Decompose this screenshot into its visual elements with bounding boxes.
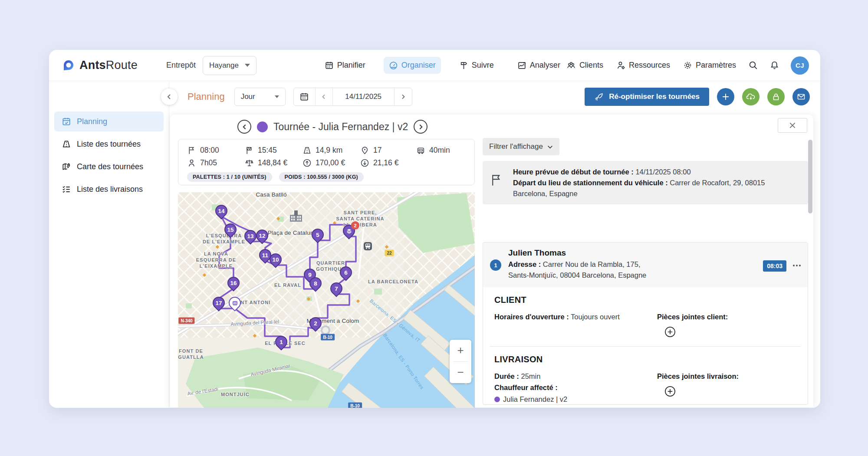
client-section: CLIENT Horaires d'ouverture : Toujours o…: [483, 287, 808, 346]
stop-detail-container: 1 Julien Thomas Adresse : Carrer Nou de …: [483, 242, 808, 405]
tour-stat: 17: [360, 145, 416, 156]
nav-analyser[interactable]: Analyser: [512, 57, 566, 74]
opening-hours-value: Toujours ouvert: [571, 313, 620, 321]
driver-color-dot: [494, 397, 500, 402]
stop-time-badge: 08:03: [763, 260, 786, 272]
warehouse-select[interactable]: Hayange: [203, 56, 256, 75]
sidebar-item-planning[interactable]: Planning: [54, 112, 164, 131]
warehouse-label: Entrepôt: [166, 61, 196, 70]
close-icon: [789, 122, 796, 129]
notifications-button[interactable]: [769, 60, 779, 70]
date-value[interactable]: 14/11/2025: [333, 88, 395, 105]
stat-value: 21,16 €: [373, 158, 398, 167]
start-flag-icon: [490, 174, 503, 187]
chevron-left-icon: [166, 94, 172, 100]
antsroute-logo[interactable]: AntsRoute: [61, 58, 138, 73]
panel-scrollbar[interactable]: [808, 140, 812, 213]
prev-tour-button[interactable]: [237, 120, 251, 134]
avatar[interactable]: CJ: [791, 56, 809, 75]
tour-detail-card: Tournée - Julia Fernandez | v2 08:0015:4…: [170, 115, 813, 407]
poids-badge: POIDS : 100.555 / 3000 (KG): [279, 172, 364, 182]
nav-organiser[interactable]: Organiser: [384, 57, 441, 74]
tour-color-dot: [257, 121, 268, 132]
zoom-in-button[interactable]: +: [450, 340, 471, 361]
marker-number: 7: [331, 283, 342, 294]
scale-icon: [245, 158, 254, 167]
sidebar-item-liste-tournees[interactable]: Liste des tournées: [54, 134, 164, 154]
period-select[interactable]: Jour: [234, 88, 286, 106]
route-map[interactable]: Casa BatllóPlaça de CatalunyaSANT PERE,S…: [178, 192, 475, 408]
lock-icon: [772, 92, 780, 101]
sidebar: Planning Liste des tournées Carte des to…: [49, 81, 169, 407]
vehicle-icon: [416, 146, 425, 155]
stat-value: 170,00 €: [316, 158, 345, 167]
main-nav: Planifier Organiser Suivre Analyser: [319, 57, 566, 74]
vehicle-icon: [232, 300, 238, 306]
close-panel-button[interactable]: [778, 118, 807, 133]
delivery-attachments-label: Pièces jointes livraison:: [657, 372, 739, 380]
plus-circle-icon: [664, 326, 676, 338]
stat-value: 17: [373, 146, 381, 155]
period-value: Jour: [241, 92, 255, 101]
nav-parametres[interactable]: Paramètres: [682, 57, 737, 74]
stops-panel: Filtrer l'affichage Heure prévue de débu…: [483, 136, 808, 405]
tour-stats-card: 08:0015:4514,9 km1740min7h05148,84 €170,…: [178, 139, 475, 185]
marker-number: 5: [312, 230, 323, 240]
stat-value: 7h05: [200, 158, 217, 167]
search-button[interactable]: [748, 60, 758, 70]
reoptimize-button[interactable]: Ré-optimiser les tournées: [585, 88, 709, 106]
main-area: Planning Jour 14/11/2025: [169, 81, 820, 407]
lock-button[interactable]: [767, 88, 785, 105]
prev-day-button[interactable]: [316, 88, 333, 105]
stop-name: Julien Thomas: [508, 248, 651, 258]
warehouse-value: Hayange: [209, 61, 239, 70]
metro-icon: [364, 242, 372, 250]
road-badge: 22: [385, 250, 394, 256]
pin-icon: [360, 146, 369, 155]
nav-planifier[interactable]: Planifier: [319, 57, 371, 74]
antsroute-logo-icon: [61, 58, 76, 73]
search-icon: [748, 60, 758, 70]
calendar-button[interactable]: [294, 88, 316, 105]
start-flag-icon: [187, 146, 196, 155]
stop-header[interactable]: 1 Julien Thomas Adresse : Carrer Nou de …: [483, 243, 808, 287]
calendar-icon: [325, 61, 334, 70]
duration-value: 25min: [521, 372, 540, 380]
arrow-down-icon: [360, 158, 369, 167]
rocket-icon: [594, 92, 604, 102]
road-icon: [62, 139, 71, 149]
chevron-left-icon: [242, 124, 247, 130]
add-client-attachment-button[interactable]: [664, 326, 676, 339]
palettes-badge: PALETTES : 1 / 10 (UNITÉS): [187, 172, 272, 182]
more-options-icon[interactable]: [793, 265, 795, 266]
sidebar-collapse-button[interactable]: [161, 89, 178, 105]
export-button[interactable]: [742, 88, 760, 105]
marker-number: 13: [245, 231, 256, 241]
nav-ressources[interactable]: Ressources: [615, 57, 671, 74]
sidebar-item-liste-livraisons[interactable]: Liste des livraisons: [54, 179, 164, 199]
address-label: Adresse :: [508, 260, 541, 268]
tour-stat: 7h05: [187, 157, 245, 168]
marker-number: 1: [276, 337, 286, 347]
client-section-title: CLIENT: [494, 295, 801, 305]
cluster-count-badge: 2: [351, 221, 359, 230]
marker-number: 12: [257, 230, 267, 241]
stat-value: 40min: [429, 146, 450, 155]
marker-number: 16: [228, 278, 239, 288]
driver-value: Julia Fernandez | v2: [503, 395, 567, 403]
next-tour-button[interactable]: [414, 120, 427, 134]
zoom-out-button[interactable]: −: [450, 362, 471, 384]
add-button[interactable]: [717, 88, 734, 105]
person-gear-icon: [616, 61, 625, 70]
nav-clients[interactable]: Clients: [566, 57, 604, 74]
delivery-section-title: LIVRAISON: [494, 354, 801, 364]
mail-button[interactable]: [792, 88, 810, 105]
nav-suivre[interactable]: Suivre: [454, 57, 499, 74]
chevron-right-icon: [401, 94, 406, 99]
marker-number: 6: [341, 267, 351, 278]
filter-display-button[interactable]: Filtrer l'affichage: [483, 138, 559, 155]
sidebar-item-carte-tournees[interactable]: Carte des tournées: [54, 157, 164, 177]
clients-icon: [566, 61, 576, 70]
next-day-button[interactable]: [395, 88, 412, 105]
add-delivery-attachment-button[interactable]: [664, 385, 676, 399]
